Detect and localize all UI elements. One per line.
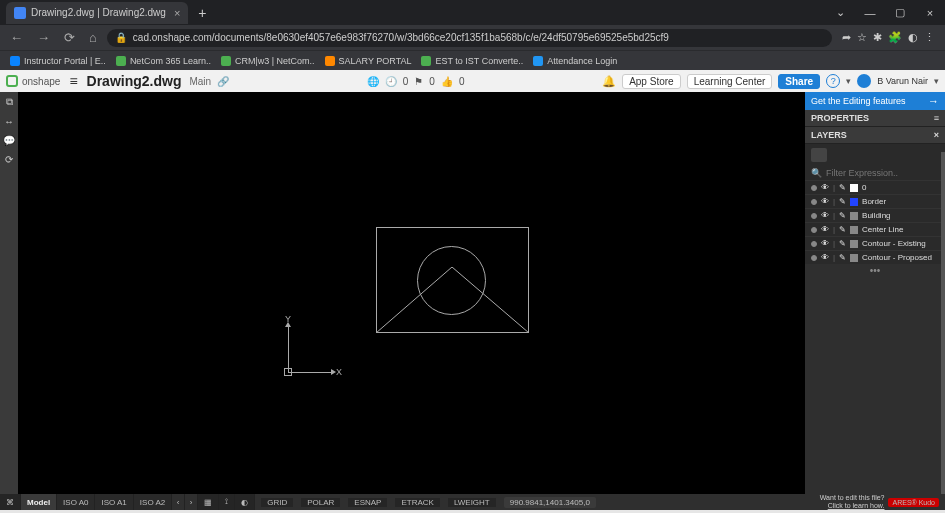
bookmark-item[interactable]: Instructor Portal | E.. (10, 56, 106, 66)
layer-row[interactable]: 👁 | ✎ Contour - Proposed (805, 250, 945, 264)
layer-color-swatch[interactable] (850, 184, 858, 192)
menu-icon[interactable]: ⋮ (924, 31, 935, 44)
star-icon[interactable]: ☆ (857, 31, 867, 44)
layer-edit-icon[interactable]: ✎ (839, 253, 846, 262)
appstore-button[interactable]: App Store (622, 74, 680, 89)
sheet-tab-1[interactable]: ISO A1 (95, 494, 133, 510)
layer-visibility-icon[interactable]: 👁 (821, 211, 829, 220)
layer-color-swatch[interactable] (850, 254, 858, 262)
document-name[interactable]: Drawing2.dwg (87, 73, 182, 89)
user-name[interactable]: B Varun Nair (877, 76, 928, 86)
maximize-button[interactable]: ▢ (885, 0, 915, 25)
drawing-canvas[interactable]: Y X (18, 92, 805, 494)
user-avatar[interactable] (857, 74, 871, 88)
layer-manager-icon[interactable] (811, 148, 827, 162)
layer-radio-icon[interactable] (811, 185, 817, 191)
layer-color-swatch[interactable] (850, 212, 858, 220)
status-icon-c[interactable]: ◐ (235, 494, 255, 510)
layers-header[interactable]: LAYERS × (805, 127, 945, 144)
rail-icon-1[interactable]: ⧉ (6, 96, 13, 108)
minimize-button[interactable]: — (855, 0, 885, 25)
layer-color-swatch[interactable] (850, 226, 858, 234)
model-tab[interactable]: Model (21, 494, 57, 510)
flag-icon[interactable]: ⚑ (414, 76, 423, 87)
close-icon[interactable]: × (934, 130, 939, 140)
layer-radio-icon[interactable] (811, 199, 817, 205)
extensions-icon[interactable]: ✱ (873, 31, 882, 44)
new-tab-button[interactable]: + (194, 5, 210, 21)
notifications-icon[interactable]: 🔔 (602, 75, 616, 88)
layer-edit-icon[interactable]: ✎ (839, 225, 846, 234)
layer-row[interactable]: 👁 | ✎ 0 (805, 180, 945, 194)
bookmark-item[interactable]: NetCom 365 Learn.. (116, 56, 211, 66)
toggle-etrack[interactable]: ETRACK (395, 498, 439, 507)
panel-menu-icon[interactable]: ≡ (934, 113, 939, 123)
edit-prompt[interactable]: Want to edit this file? Click to learn h… (820, 494, 885, 509)
layer-row[interactable]: 👁 | ✎ Border (805, 194, 945, 208)
share-icon[interactable]: ➦ (842, 31, 851, 44)
browser-tab[interactable]: Drawing2.dwg | Drawing2.dwg × (6, 2, 188, 24)
link-icon[interactable]: 🔗 (217, 76, 229, 87)
chevron-down-icon[interactable]: ⌄ (825, 0, 855, 25)
sheet-prev[interactable]: ‹ (172, 494, 185, 510)
layer-color-swatch[interactable] (850, 240, 858, 248)
layer-row[interactable]: 👁 | ✎ Contour - Existing (805, 236, 945, 250)
history-icon[interactable]: 🕘 (385, 76, 397, 87)
panel-scrollbar[interactable] (941, 152, 945, 494)
globe-icon[interactable]: 🌐 (367, 76, 379, 87)
layer-radio-icon[interactable] (811, 213, 817, 219)
rail-icon-2[interactable]: ↔ (4, 116, 14, 127)
layer-visibility-icon[interactable]: 👁 (821, 225, 829, 234)
layer-row[interactable]: 👁 | ✎ Building (805, 208, 945, 222)
bookmark-item[interactable]: Attendance Login (533, 56, 617, 66)
tab-close-icon[interactable]: × (174, 7, 180, 19)
branch-label[interactable]: Main (189, 76, 211, 87)
brand-block[interactable]: onshape (6, 75, 60, 87)
layer-visibility-icon[interactable]: 👁 (821, 239, 829, 248)
layer-edit-icon[interactable]: ✎ (839, 239, 846, 248)
layer-radio-icon[interactable] (811, 241, 817, 247)
status-icon-a[interactable]: ▦ (198, 494, 219, 510)
share-button[interactable]: Share (778, 74, 820, 89)
layer-filter-input[interactable] (826, 168, 939, 178)
layer-color-swatch[interactable] (850, 198, 858, 206)
help-button[interactable]: ? (826, 74, 840, 88)
sheet-tab-0[interactable]: ISO A0 (57, 494, 95, 510)
url-field[interactable]: 🔒 cad.onshape.com/documents/8e0630ef4057… (107, 29, 832, 47)
layer-edit-icon[interactable]: ✎ (839, 211, 846, 220)
layer-more[interactable]: ••• (805, 264, 945, 277)
rail-icon-3[interactable]: 💬 (3, 135, 15, 146)
layer-edit-icon[interactable]: ✎ (839, 183, 846, 192)
toggle-grid[interactable]: GRID (261, 498, 293, 507)
layer-edit-icon[interactable]: ✎ (839, 197, 846, 206)
toggle-esnap[interactable]: ESNAP (348, 498, 387, 507)
layer-visibility-icon[interactable]: 👁 (821, 253, 829, 262)
forward-button[interactable]: → (33, 30, 54, 45)
toggle-polar[interactable]: POLAR (301, 498, 340, 507)
rail-icon-4[interactable]: ⟳ (5, 154, 13, 165)
profile-icon[interactable]: ◐ (908, 31, 918, 44)
puzzle-icon[interactable]: 🧩 (888, 31, 902, 44)
back-button[interactable]: ← (6, 30, 27, 45)
reload-button[interactable]: ⟳ (60, 30, 79, 45)
close-window-button[interactable]: × (915, 0, 945, 25)
properties-header[interactable]: PROPERTIES ≡ (805, 110, 945, 127)
toggle-lweight[interactable]: LWEIGHT (448, 498, 496, 507)
sheet-next[interactable]: › (185, 494, 198, 510)
command-icon[interactable]: ⌘ (0, 494, 21, 510)
editing-banner[interactable]: Get the Editing features → (805, 92, 945, 110)
layer-radio-icon[interactable] (811, 255, 817, 261)
bookmark-item[interactable]: CRM|w3 | NetCom.. (221, 56, 315, 66)
learning-center-button[interactable]: Learning Center (687, 74, 773, 89)
layer-row[interactable]: 👁 | ✎ Center Line (805, 222, 945, 236)
status-icon-b[interactable]: ⟟ (219, 494, 235, 510)
bookmark-item[interactable]: EST to IST Converte.. (421, 56, 523, 66)
layer-visibility-icon[interactable]: 👁 (821, 183, 829, 192)
sheet-tab-2[interactable]: ISO A2 (134, 494, 172, 510)
layer-radio-icon[interactable] (811, 227, 817, 233)
home-button[interactable]: ⌂ (85, 30, 101, 45)
hamburger-icon[interactable]: ≡ (66, 73, 80, 89)
layer-visibility-icon[interactable]: 👁 (821, 197, 829, 206)
bookmark-item[interactable]: SALARY PORTAL (325, 56, 412, 66)
thumb-icon[interactable]: 👍 (441, 76, 453, 87)
